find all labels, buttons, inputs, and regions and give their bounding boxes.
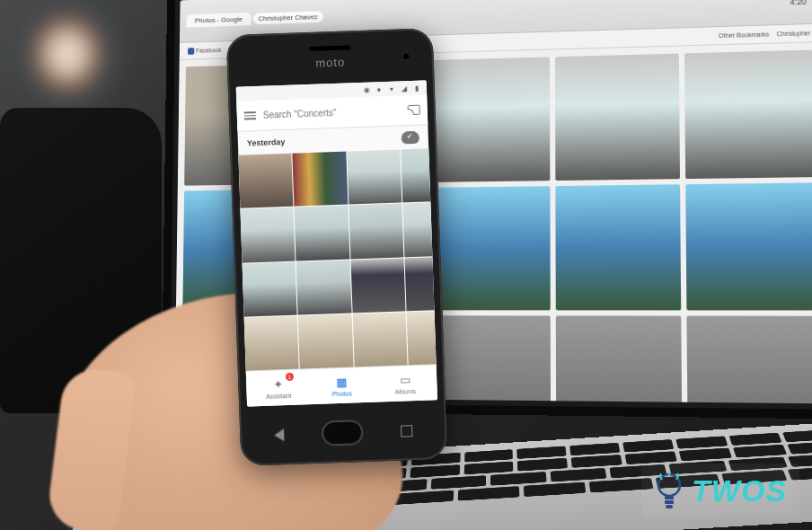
photo-thumb[interactable] [352, 312, 407, 367]
photo-thumb[interactable] [293, 152, 348, 207]
phone-screen: ◉ ● ▾ ◢ ▮ Yesterday [236, 80, 437, 406]
lightbulb-icon [654, 471, 684, 510]
android-nav-bar [239, 400, 447, 466]
photo-thumb[interactable] [243, 261, 297, 316]
photo-thumb[interactable] [556, 316, 683, 404]
recent-apps-button-icon[interactable] [401, 425, 412, 437]
photo-thumb[interactable] [401, 148, 437, 202]
photo-thumb[interactable] [298, 314, 353, 368]
nav-photos[interactable]: ▦ Photos [309, 367, 374, 404]
photo-thumb[interactable] [428, 316, 551, 404]
photo-thumb[interactable] [687, 316, 812, 403]
front-camera [402, 52, 410, 60]
photo-thumb[interactable] [684, 50, 812, 179]
photo-thumb[interactable] [555, 184, 681, 311]
svg-rect-2 [665, 500, 674, 504]
photo-thumb[interactable] [295, 206, 349, 261]
section-label: Yesterday [247, 137, 286, 147]
phone-brand-logo: moto [315, 56, 345, 70]
photo-thumb[interactable] [406, 310, 436, 365]
browser-profile-name[interactable]: Christopher Chavez [253, 11, 322, 24]
nav-assistant[interactable]: ✦ Assistant 1 [246, 369, 311, 406]
photo-thumb[interactable] [404, 256, 436, 311]
notification-badge: 1 [286, 373, 294, 381]
bookmark-other[interactable]: Other Bookmarks [719, 31, 769, 39]
twos-logo-watermark: TWOS [641, 464, 799, 517]
photos-icon: ▦ [336, 375, 348, 388]
photo-thumb[interactable] [244, 315, 299, 370]
photo-thumb[interactable] [349, 204, 403, 259]
notification-icon: ● [375, 84, 384, 93]
nav-label: Photos [332, 390, 352, 397]
bookmark-item[interactable]: Facebook [188, 47, 222, 55]
photo-thumb[interactable] [428, 186, 550, 311]
nav-label: Assistant [266, 392, 292, 399]
search-input[interactable] [263, 105, 401, 119]
photo-thumb[interactable] [350, 258, 405, 313]
home-button[interactable] [322, 420, 364, 446]
nav-label: Albums [395, 388, 417, 395]
phone-speaker [309, 45, 350, 51]
photo-thumb[interactable] [240, 208, 295, 262]
svg-rect-1 [665, 496, 674, 499]
photo-thumb[interactable] [296, 260, 351, 314]
user-menu[interactable]: Christopher [777, 30, 811, 37]
phone-photo-grid [238, 148, 436, 370]
browser-tab[interactable]: Photos - Google [187, 13, 252, 28]
messenger-icon: ◉ [362, 85, 371, 94]
photo-thumb[interactable] [428, 57, 550, 181]
photo-thumb[interactable] [686, 182, 812, 311]
smartphone: moto ◉ ● ▾ ◢ ▮ Yesterday [226, 28, 448, 466]
nav-albums[interactable]: ▭ Albums [373, 365, 437, 402]
battery-icon: ▮ [412, 84, 421, 93]
signal-icon: ◢ [400, 84, 409, 93]
back-button-icon[interactable] [274, 428, 284, 441]
assistant-icon: ✦ [273, 377, 284, 391]
hamburger-menu-icon[interactable] [244, 111, 256, 119]
cloud-backup-icon[interactable] [402, 131, 419, 145]
photo-thumb[interactable] [347, 149, 402, 204]
photo-thumb[interactable] [238, 154, 293, 208]
logo-text: TWOS [692, 473, 787, 508]
phone-bezel-top: moto [226, 28, 435, 87]
background-scene: Photos - Google Christopher Chavez 4:20 … [0, 0, 812, 530]
system-time: 4:20 [790, 0, 812, 6]
cast-icon[interactable] [408, 105, 420, 115]
albums-icon: ▭ [400, 373, 411, 386]
blurred-figure [18, 0, 117, 108]
photo-thumb[interactable] [555, 54, 681, 181]
wifi-icon: ▾ [387, 84, 396, 93]
photo-thumb[interactable] [402, 202, 437, 257]
svg-rect-3 [666, 505, 673, 508]
